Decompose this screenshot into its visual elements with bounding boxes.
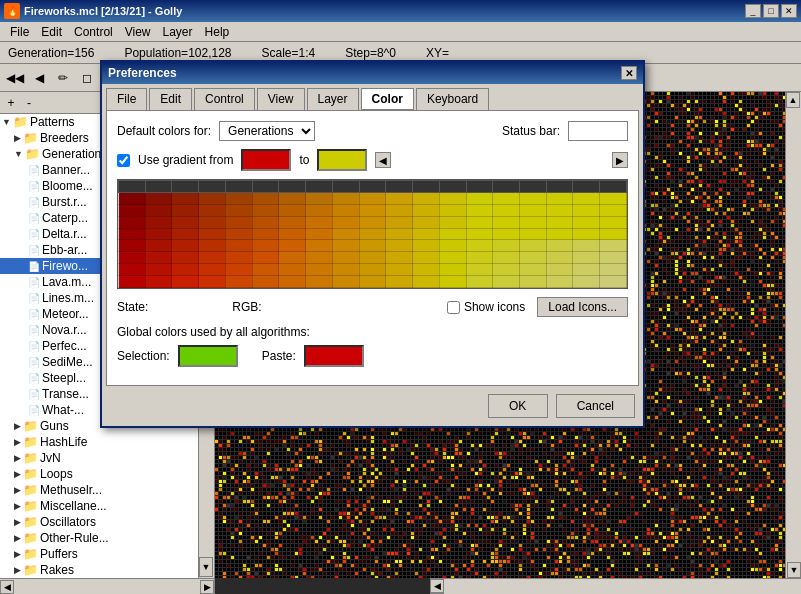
tab-control[interactable]: Control	[194, 88, 255, 110]
dialog-overlay: Preferences ✕ File Edit Control View Lay…	[0, 0, 801, 594]
dialog-title-text: Preferences	[108, 66, 177, 80]
paste-label: Paste:	[262, 349, 296, 363]
gradient-to-color[interactable]	[317, 149, 367, 171]
paste-color-swatch[interactable]	[304, 345, 364, 367]
selection-color-swatch[interactable]	[178, 345, 238, 367]
dialog-tabs: File Edit Control View Layer Color Keybo…	[102, 84, 643, 110]
default-colors-select[interactable]: Generations	[219, 121, 315, 141]
state-row: State: RGB: Show icons Load Icons...	[117, 297, 628, 317]
status-bar-color-input[interactable]	[568, 121, 628, 141]
status-bar-label: Status bar:	[502, 124, 560, 138]
selection-label: Selection:	[117, 349, 170, 363]
dialog-body: Default colors for: Generations Status b…	[106, 110, 639, 386]
default-colors-row: Default colors for: Generations Status b…	[117, 121, 628, 141]
gradient-from-color[interactable]	[241, 149, 291, 171]
show-icons-row: Show icons	[447, 300, 525, 314]
rgb-label: RGB:	[232, 300, 261, 314]
ok-button[interactable]: OK	[488, 394, 548, 418]
gradient-row: Use gradient from to ◀ ▶	[117, 149, 628, 171]
dialog-footer: OK Cancel	[102, 386, 643, 426]
default-colors-label: Default colors for:	[117, 124, 211, 138]
gradient-to-label: to	[299, 153, 309, 167]
tab-layer[interactable]: Layer	[307, 88, 359, 110]
global-colors-row: Selection: Paste:	[117, 345, 628, 367]
tab-color[interactable]: Color	[361, 88, 414, 110]
tab-edit[interactable]: Edit	[149, 88, 192, 110]
dialog-close-button[interactable]: ✕	[621, 66, 637, 80]
show-icons-label: Show icons	[464, 300, 525, 314]
global-colors-label: Global colors used by all algorithms:	[117, 325, 628, 339]
cancel-button[interactable]: Cancel	[556, 394, 635, 418]
gradient-scroll-right[interactable]: ▶	[612, 152, 628, 168]
tab-view[interactable]: View	[257, 88, 305, 110]
dialog-title-bar: Preferences ✕	[102, 62, 643, 84]
state-label: State:	[117, 300, 148, 314]
global-colors-section: Global colors used by all algorithms: Se…	[117, 325, 628, 367]
tab-keyboard[interactable]: Keyboard	[416, 88, 489, 110]
load-icons-button[interactable]: Load Icons...	[537, 297, 628, 317]
gradient-preview	[117, 179, 628, 289]
use-gradient-label: Use gradient from	[138, 153, 233, 167]
tab-file[interactable]: File	[106, 88, 147, 110]
gradient-scroll-left[interactable]: ◀	[375, 152, 391, 168]
preferences-dialog: Preferences ✕ File Edit Control View Lay…	[100, 60, 645, 428]
show-icons-checkbox[interactable]	[447, 301, 460, 314]
use-gradient-checkbox[interactable]	[117, 154, 130, 167]
